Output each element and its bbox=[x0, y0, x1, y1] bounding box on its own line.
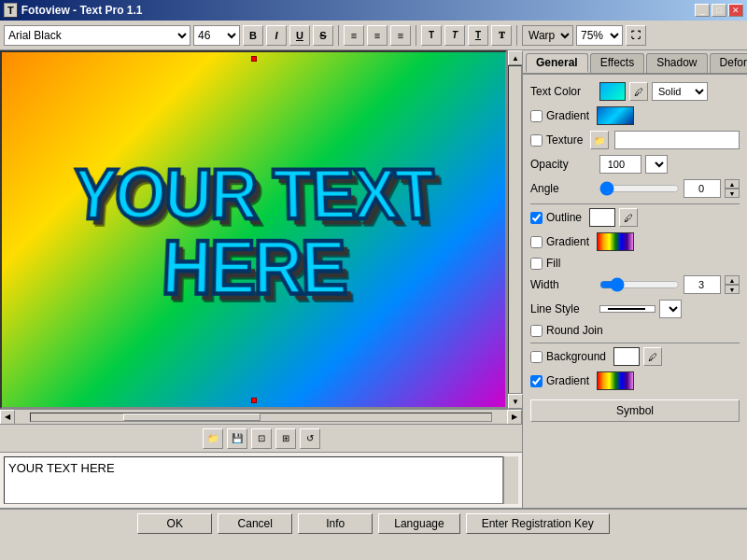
tab-deform[interactable]: Deform bbox=[710, 53, 747, 73]
underline-button[interactable]: U bbox=[289, 25, 310, 46]
gradient-row-3: Gradient bbox=[530, 371, 740, 390]
strikethrough-button[interactable]: S bbox=[313, 25, 333, 46]
tab-effects[interactable]: Effects bbox=[590, 53, 644, 73]
width-spinner[interactable]: ▲ ▼ bbox=[725, 275, 740, 294]
text-color-label: Text Color bbox=[530, 85, 596, 98]
text-style-btn-2[interactable]: T bbox=[444, 25, 465, 46]
gradient-label-1[interactable]: Gradient bbox=[546, 109, 589, 122]
angle-up-button[interactable]: ▲ bbox=[725, 179, 740, 189]
background-color-swatch[interactable] bbox=[613, 347, 640, 366]
maximize-button[interactable]: □ bbox=[712, 4, 726, 17]
outline-label[interactable]: Outline bbox=[546, 211, 582, 224]
language-button[interactable]: Language bbox=[378, 513, 459, 534]
cancel-button[interactable]: Cancel bbox=[218, 513, 292, 534]
tab-shadow[interactable]: Shadow bbox=[646, 53, 707, 73]
gradient-preview-3[interactable] bbox=[597, 371, 634, 390]
line-style-select[interactable]: ▼ bbox=[659, 300, 682, 318]
hscroll-thumb[interactable] bbox=[123, 413, 261, 421]
symbol-button[interactable]: Symbol bbox=[530, 399, 740, 422]
fill-row: Fill bbox=[530, 257, 740, 270]
gradient-label-2[interactable]: Gradient bbox=[546, 235, 589, 248]
text-scroll[interactable] bbox=[503, 456, 518, 504]
angle-down-button[interactable]: ▼ bbox=[725, 189, 740, 198]
line-style-label: Line Style bbox=[530, 302, 596, 315]
info-button[interactable]: Info bbox=[298, 513, 373, 534]
align-left-button[interactable]: ≡ bbox=[344, 25, 364, 46]
line-style-preview bbox=[608, 308, 645, 310]
zoom-select[interactable]: 75% bbox=[576, 25, 623, 46]
horizontal-scrollbar[interactable]: ◀ ▶ bbox=[0, 409, 522, 424]
hscroll-track[interactable] bbox=[30, 413, 492, 422]
main-area: YOUR TEXT HERE ▲ ▼ ◀ ▶ 📁 💾 ⊡ bbox=[0, 50, 747, 508]
text-color-swatch[interactable] bbox=[599, 82, 626, 101]
fill-label[interactable]: Fill bbox=[546, 257, 560, 270]
width-input[interactable] bbox=[684, 275, 721, 294]
scroll-down-button[interactable]: ▼ bbox=[508, 394, 523, 409]
window-controls[interactable]: _ □ ✕ bbox=[695, 4, 743, 17]
frame-button[interactable]: ⊡ bbox=[251, 428, 272, 449]
bold-button[interactable]: B bbox=[243, 25, 263, 46]
text-style-btn-4[interactable]: 𝐓 bbox=[491, 25, 512, 46]
text-style-btn-3[interactable]: T bbox=[468, 25, 488, 46]
tab-general[interactable]: General bbox=[526, 53, 588, 73]
canvas-area: YOUR TEXT HERE ▲ ▼ ◀ ▶ 📁 💾 ⊡ bbox=[0, 50, 523, 508]
scroll-right-button[interactable]: ▶ bbox=[507, 410, 522, 425]
font-size-select[interactable]: 46 bbox=[193, 25, 240, 46]
vscroll-track[interactable] bbox=[508, 65, 522, 394]
align-center-button[interactable]: ≡ bbox=[367, 25, 388, 46]
ok-button[interactable]: OK bbox=[137, 513, 212, 534]
angle-input[interactable] bbox=[684, 179, 721, 198]
background-label[interactable]: Background bbox=[546, 350, 606, 363]
minimize-button[interactable]: _ bbox=[695, 4, 710, 17]
round-join-label[interactable]: Round Join bbox=[546, 324, 603, 337]
texture-checkbox[interactable] bbox=[530, 134, 543, 147]
gradient-checkbox-2[interactable] bbox=[530, 236, 543, 248]
canvas-with-scrollbar: YOUR TEXT HERE ▲ ▼ bbox=[0, 50, 522, 409]
open-folder-button[interactable]: 📁 bbox=[203, 428, 223, 449]
text-input[interactable]: YOUR TEXT HERE bbox=[4, 456, 503, 504]
eyedropper-icon[interactable]: 🖊 bbox=[629, 82, 648, 101]
gradient-label-3[interactable]: Gradient bbox=[546, 374, 589, 387]
texture-label[interactable]: Texture bbox=[546, 133, 583, 147]
width-up-button[interactable]: ▲ bbox=[725, 275, 740, 285]
gradient-checkbox-3[interactable] bbox=[530, 375, 543, 387]
angle-spinner[interactable]: ▲ ▼ bbox=[725, 179, 740, 198]
scroll-left-button[interactable]: ◀ bbox=[0, 410, 15, 425]
texture-folder-icon[interactable]: 📁 bbox=[590, 131, 609, 149]
round-join-checkbox[interactable] bbox=[530, 325, 543, 337]
font-select[interactable]: Arial Black bbox=[4, 25, 190, 46]
gradient-checkbox-1[interactable] bbox=[530, 110, 543, 122]
opacity-input[interactable] bbox=[599, 155, 641, 174]
background-eyedropper-icon[interactable]: 🖊 bbox=[643, 347, 662, 366]
text-style-btn-1[interactable]: T bbox=[421, 25, 442, 46]
background-checkbox[interactable] bbox=[530, 351, 543, 363]
text-color-type-select[interactable]: Solid bbox=[652, 82, 708, 101]
resize-button[interactable]: ⊞ bbox=[275, 428, 296, 449]
close-button[interactable]: ✕ bbox=[728, 4, 743, 17]
gradient-preview-1[interactable] bbox=[597, 106, 634, 125]
gradient-preview-2[interactable] bbox=[597, 232, 634, 251]
align-right-button[interactable]: ≡ bbox=[390, 25, 411, 46]
canvas-text-wrapper[interactable]: YOUR TEXT HERE bbox=[2, 52, 505, 407]
italic-button[interactable]: I bbox=[266, 25, 287, 46]
refresh-button[interactable]: ↺ bbox=[300, 428, 320, 449]
width-down-button[interactable]: ▼ bbox=[725, 285, 740, 294]
fill-checkbox[interactable] bbox=[530, 258, 543, 270]
outline-color-swatch[interactable] bbox=[589, 208, 615, 227]
opacity-dropdown[interactable]: ▼ bbox=[645, 155, 668, 174]
fullscreen-button[interactable]: ⛶ bbox=[626, 25, 646, 46]
warp-select[interactable]: Warp bbox=[522, 25, 573, 46]
bottom-marker bbox=[251, 398, 257, 403]
canvas-container: YOUR TEXT HERE bbox=[0, 50, 507, 409]
scroll-up-button[interactable]: ▲ bbox=[508, 50, 523, 65]
registration-button[interactable]: Enter Registration Key bbox=[466, 513, 610, 534]
angle-slider[interactable] bbox=[599, 181, 680, 196]
outline-eyedropper-icon[interactable]: 🖊 bbox=[619, 208, 638, 227]
save-button[interactable]: 💾 bbox=[227, 428, 247, 449]
text-preview-area: YOUR TEXT HERE bbox=[0, 452, 522, 508]
width-slider[interactable] bbox=[599, 277, 680, 292]
outline-checkbox[interactable] bbox=[530, 212, 543, 224]
vertical-scrollbar[interactable]: ▲ ▼ bbox=[507, 50, 522, 409]
angle-row: Angle ▲ ▼ bbox=[530, 179, 740, 198]
angle-label: Angle bbox=[530, 182, 596, 195]
